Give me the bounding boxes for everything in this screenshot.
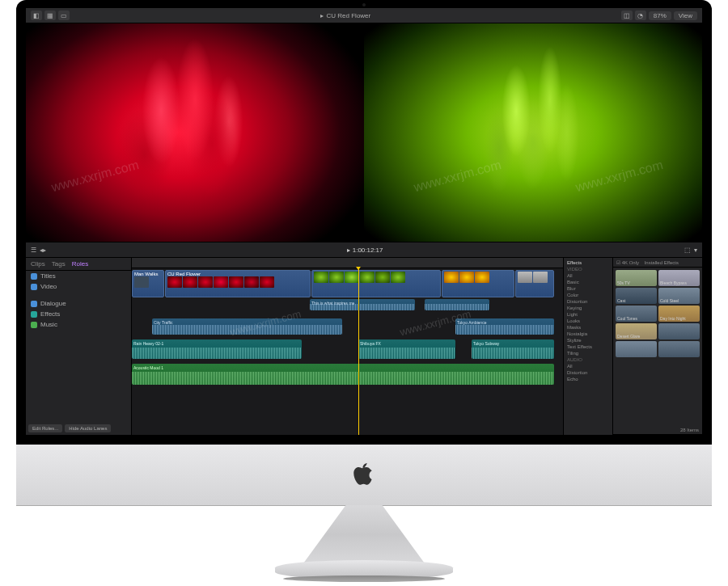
transport-bar: ☰ ◂▸ ▸ 1:00:12:17 ⬚ ▾ (26, 242, 702, 258)
audio-category: AUDIO (565, 356, 611, 363)
role-titles[interactable]: Titles (26, 271, 131, 281)
tool-button[interactable]: ▾ (694, 247, 697, 254)
preset-grid: 50s TVBleach BypassCastCold SteelCool To… (613, 268, 702, 360)
viewer-area: www.xxrjm.com www.xxrjm.com www.xxrjm.co… (26, 23, 702, 242)
timecode-display[interactable]: ▸ 1:00:12:17 (46, 247, 684, 254)
gallery-button[interactable]: ▦ (44, 11, 56, 20)
fx-category[interactable]: Echo (565, 376, 611, 382)
timecode-value: 1:00:12:17 (353, 247, 383, 254)
viewer-left[interactable]: www.xxrjm.com (26, 23, 364, 242)
audio-clip[interactable]: Tokyo Subway (472, 339, 554, 359)
video-clip[interactable]: CU Red Flower (165, 270, 311, 297)
effect-preset[interactable] (616, 341, 657, 357)
library-button[interactable]: ◧ (31, 11, 42, 20)
fx-category[interactable]: Tiling (565, 350, 611, 356)
video-clip[interactable] (442, 270, 514, 297)
viewer-right[interactable]: www.xxrjm.com www.xxrjm.com (364, 23, 702, 242)
skimmer-button[interactable]: ◂▸ (40, 247, 46, 254)
effect-preset[interactable] (658, 323, 700, 339)
snap-button[interactable]: ⬚ (684, 247, 691, 254)
index-tabs: Clips Tags Roles (26, 258, 131, 271)
playhead[interactable] (358, 268, 359, 435)
fx-category[interactable]: Color (565, 292, 611, 298)
effect-preset[interactable]: Day Into Night (658, 306, 700, 322)
tab-clips[interactable]: Clips (31, 260, 45, 268)
audio-clip[interactable]: City Traffic (152, 318, 342, 335)
media-button[interactable]: ▭ (58, 11, 70, 20)
effect-preset[interactable]: Cool Tones (616, 306, 657, 322)
checkbox-icon[interactable] (31, 273, 37, 280)
toolbar-right-group: ◫ ◔ 87% View (621, 11, 697, 20)
fx-category[interactable]: Keying (565, 305, 611, 311)
video-clip[interactable] (515, 270, 554, 297)
fx-category[interactable]: Basic (565, 279, 611, 285)
clip-title: CU Red Flower (327, 12, 371, 19)
fx-category[interactable]: Masks (565, 324, 611, 331)
tab-roles[interactable]: Roles (72, 260, 88, 268)
timeline-area: Clips Tags Roles Titles Video Dialogue E… (26, 258, 702, 435)
checkbox-icon[interactable]: ☑ (616, 260, 620, 265)
connected-clip[interactable]: This is what inspires me (310, 299, 415, 310)
effect-preset[interactable]: Bleach Bypass (658, 270, 700, 286)
fx-category[interactable]: Stylize (565, 337, 611, 344)
compare-button[interactable]: ◫ (621, 11, 633, 20)
fx-category[interactable]: Light (565, 311, 611, 318)
audio-clip[interactable]: Rain Heavy 02-1 (132, 339, 302, 359)
checkbox-icon[interactable] (31, 284, 37, 290)
role-label: Music (40, 321, 57, 328)
time-ruler[interactable] (132, 258, 563, 268)
connected-clip[interactable] (425, 299, 489, 310)
fx-category[interactable]: Blur (565, 285, 611, 292)
effect-preset[interactable] (658, 341, 700, 357)
fx-category[interactable]: Looks (565, 318, 611, 324)
clip-label: Acoustic Mood 1 (132, 365, 165, 371)
fx-category[interactable]: All (565, 363, 611, 369)
role-effects[interactable]: Effects (26, 309, 131, 319)
effect-preset[interactable]: Cast (616, 288, 657, 304)
checkbox-icon[interactable] (31, 301, 37, 307)
fx-category[interactable]: All (565, 272, 611, 279)
clip-label: Tokyo Subway (472, 340, 501, 347)
tracks-area[interactable]: Man Walks CU Red Flower (132, 268, 563, 435)
fx-category[interactable]: Distortion (565, 298, 611, 305)
top-toolbar: ◧ ▦ ▭ ▸ CU Red Flower ◫ ◔ 87% View (26, 8, 702, 23)
view-menu[interactable]: View (674, 11, 697, 20)
hide-lanes-button[interactable]: Hide Audio Lanes (65, 424, 111, 432)
effect-preset[interactable]: 50s TV (616, 270, 657, 286)
tab-label[interactable]: Installed Effects (645, 260, 679, 265)
checkbox-icon[interactable] (31, 311, 37, 318)
watermark: www.xxrjm.com (50, 158, 141, 195)
tab-tags[interactable]: Tags (52, 260, 66, 268)
watermark: www.xxrjm.com (413, 158, 503, 195)
item-count: 28 Items (613, 426, 702, 435)
effect-preset[interactable]: Desert Glare (616, 323, 657, 339)
stand-foot (283, 575, 445, 582)
role-video[interactable]: Video (26, 281, 131, 292)
role-dialogue[interactable]: Dialogue (26, 298, 131, 309)
zoom-level[interactable]: 87% (649, 11, 671, 20)
primary-storyline: Man Walks CU Red Flower (132, 270, 563, 297)
imac-monitor-bezel: ◧ ▦ ▭ ▸ CU Red Flower ◫ ◔ 87% View www.x… (16, 0, 712, 445)
audio-clip[interactable]: Shibuya FX (358, 339, 455, 359)
timeline-tools: ⬚ ▾ (684, 247, 697, 254)
filter-label: 4K Only (622, 260, 639, 265)
audio-clip[interactable]: Tokyo Ambience (455, 318, 554, 335)
video-clip[interactable] (311, 270, 441, 297)
fx-category[interactable]: Distortion (565, 369, 611, 376)
imac-stand (275, 505, 453, 582)
timeline[interactable]: Man Walks CU Red Flower (132, 258, 563, 435)
fx-category[interactable]: Text Effects (565, 344, 611, 350)
video-clip[interactable]: Man Walks (132, 270, 164, 297)
effects-header: Effects (565, 259, 611, 266)
fcpx-window: ◧ ▦ ▭ ▸ CU Red Flower ◫ ◔ 87% View www.x… (26, 8, 702, 435)
effect-preset[interactable]: Cold Steel (658, 288, 700, 304)
index-button[interactable]: ☰ (31, 247, 36, 254)
music-clip[interactable]: Acoustic Mood 1 (132, 364, 554, 385)
edit-roles-button[interactable]: Edit Roles... (28, 424, 62, 432)
fx-category[interactable]: Nostalgia (565, 331, 611, 337)
role-label: Video (40, 283, 57, 290)
role-music[interactable]: Music (26, 319, 131, 330)
scope-button[interactable]: ◔ (635, 11, 646, 20)
play-icon: ▸ (347, 247, 350, 254)
checkbox-icon[interactable] (31, 322, 37, 328)
